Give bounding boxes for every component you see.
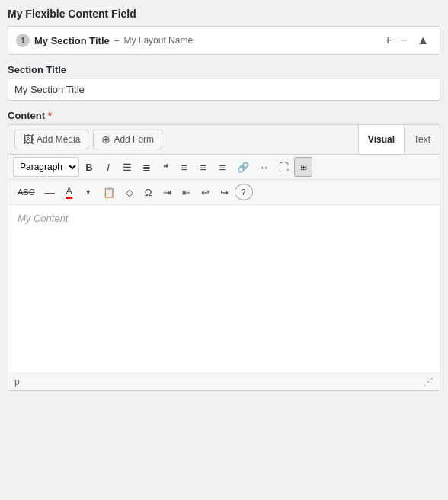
undo-button[interactable]: ↩ [197, 182, 215, 202]
section-title-label: My Section Title [34, 35, 110, 46]
blockquote-button[interactable]: ❝ [156, 157, 174, 177]
section-body: Section Title Content * 🖼 Add Media ⊕ [8, 64, 440, 391]
toolbar-row-1: Paragraph B I ☰ ≣ ❝ ≡ ≡ ≡ 🔗 ↔ ⛶ ⊞ [8, 155, 440, 180]
resize-handle[interactable]: ⋰ [423, 376, 434, 388]
section-title-group: Section Title [8, 64, 440, 101]
section-layout-name: My Layout Name [123, 35, 193, 46]
tab-text[interactable]: Text [404, 125, 440, 154]
special-chars-button[interactable]: Ω [139, 182, 158, 202]
source-code-button[interactable]: ⊞ [294, 157, 312, 177]
section-title-field-label: Section Title [8, 64, 440, 75]
content-field-label: Content * [8, 110, 440, 121]
section-title-input[interactable] [8, 79, 440, 101]
content-required: * [48, 110, 52, 121]
outdent-button[interactable]: ⇤ [178, 182, 196, 202]
color-picker-btn[interactable]: ▼ [79, 182, 98, 202]
editor-tabs: Visual Text [358, 125, 440, 154]
editor-wrapper: 🖼 Add Media ⊕ Add Form Visual Text [8, 124, 440, 391]
section-header-left: 1 My Section Title – My Layout Name [16, 34, 193, 47]
indent-button[interactable]: ⇥ [158, 182, 177, 202]
remove-section-button[interactable]: − [398, 33, 411, 48]
paragraph-select[interactable]: Paragraph [13, 157, 79, 177]
ordered-list-button[interactable]: ≣ [137, 157, 155, 177]
full-width-button[interactable]: ↔ [254, 157, 274, 177]
add-media-button[interactable]: 🖼 Add Media [14, 130, 88, 149]
add-form-icon: ⊕ [101, 133, 110, 146]
add-media-icon: 🖼 [23, 133, 34, 146]
toolbar-row-2: ABC — A ▼ 📋 ◇ Ω ⇥ ⇤ ↩ ↪ ? [8, 180, 440, 205]
hr-button[interactable]: — [40, 182, 59, 202]
tab-visual[interactable]: Visual [358, 125, 404, 154]
align-center-button[interactable]: ≡ [194, 157, 213, 177]
text-color-button[interactable]: A [60, 182, 78, 202]
italic-button[interactable]: I [99, 157, 117, 177]
editor-path: p [14, 377, 20, 387]
strikethrough-button[interactable]: ABC [13, 182, 40, 202]
bold-button[interactable]: B [80, 157, 98, 177]
section-header-right: + − ▲ [381, 33, 432, 48]
editor-footer: p ⋰ [8, 373, 440, 390]
help-button[interactable]: ? [235, 184, 253, 200]
fullscreen-button[interactable]: ⛶ [274, 157, 293, 177]
unordered-list-button[interactable]: ☰ [118, 157, 136, 177]
editor-content[interactable]: My Content [8, 205, 440, 373]
media-buttons-row: 🖼 Add Media ⊕ Add Form [8, 125, 358, 154]
flexible-content-field: My Flexible Content Field 1 My Section T… [8, 8, 440, 391]
link-button[interactable]: 🔗 [232, 157, 254, 177]
paste-button[interactable]: 📋 [98, 182, 120, 202]
collapse-section-button[interactable]: ▲ [414, 33, 432, 48]
section-header: 1 My Section Title – My Layout Name + − … [8, 26, 440, 55]
add-section-button[interactable]: + [381, 33, 394, 48]
align-left-button[interactable]: ≡ [175, 157, 194, 177]
field-title: My Flexible Content Field [8, 8, 440, 20]
align-right-button[interactable]: ≡ [213, 157, 232, 177]
section-number: 1 [16, 34, 30, 47]
content-group: Content * 🖼 Add Media ⊕ Add Form [8, 110, 440, 391]
redo-button[interactable]: ↪ [216, 182, 234, 202]
eraser-button[interactable]: ◇ [120, 182, 139, 202]
section-separator: – [114, 35, 120, 46]
add-form-button[interactable]: ⊕ Add Form [93, 130, 162, 149]
